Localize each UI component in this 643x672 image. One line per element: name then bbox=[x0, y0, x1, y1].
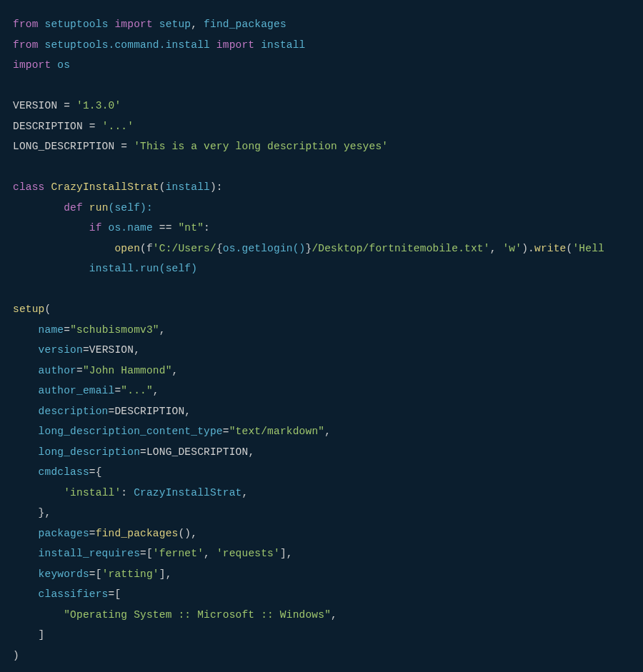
eq: = bbox=[76, 365, 83, 376]
fn-run: run bbox=[89, 202, 109, 214]
call-end: (), bbox=[178, 528, 197, 539]
eqeq: == bbox=[153, 222, 179, 234]
self-call: (self) bbox=[159, 263, 197, 274]
comma: , bbox=[331, 609, 337, 621]
paren: (f bbox=[140, 243, 153, 254]
paren: ( bbox=[159, 181, 166, 193]
mod-install: setuptools.command.install bbox=[45, 39, 210, 51]
bracket-end: ], bbox=[280, 548, 293, 559]
kw-author-email: author_email bbox=[39, 385, 115, 396]
os-name: os.name bbox=[109, 222, 153, 234]
kw-class: class bbox=[13, 181, 45, 193]
req-requests: 'requests' bbox=[216, 548, 280, 559]
os-getlogin: os.getlogin() bbox=[223, 243, 306, 254]
kw-version: version bbox=[39, 344, 83, 356]
str-w: 'w' bbox=[502, 243, 522, 254]
bracket-close: ] bbox=[39, 629, 45, 641]
rparen-dot: ). bbox=[522, 243, 534, 254]
kw-long-desc: long_description bbox=[39, 446, 140, 458]
fn-find-packages: find_packages bbox=[96, 528, 179, 539]
req-fernet: 'fernet' bbox=[153, 548, 204, 559]
fn-setup: setup bbox=[13, 304, 45, 315]
id-setup: setup bbox=[159, 19, 191, 30]
kw-packages: packages bbox=[39, 528, 89, 539]
mod-setuptools: setuptools bbox=[45, 19, 109, 30]
comma: , bbox=[153, 385, 159, 396]
var-version: VERSION bbox=[13, 100, 57, 111]
kw-ldct: long_description_content_type bbox=[39, 426, 223, 437]
kw-classifiers: classifiers bbox=[39, 588, 109, 600]
assign: = bbox=[114, 141, 134, 152]
eq: = bbox=[114, 385, 121, 396]
assign: = bbox=[57, 100, 76, 111]
colon: : bbox=[204, 222, 210, 234]
val-author: "John Hammond" bbox=[83, 365, 172, 376]
str-long-desc: 'This is a very long description yesyes' bbox=[134, 141, 388, 152]
val-description: DESCRIPTION bbox=[114, 406, 184, 417]
comma: , bbox=[204, 548, 216, 559]
kw-import: import bbox=[216, 39, 254, 51]
kw-from: from bbox=[13, 39, 39, 51]
eq: = bbox=[223, 426, 229, 437]
kw-name: name bbox=[39, 324, 64, 336]
fstr-a: 'C:/Users/ bbox=[153, 243, 216, 254]
eq: = bbox=[89, 568, 96, 580]
kw-ratting: 'ratting' bbox=[102, 568, 159, 580]
eq: = bbox=[89, 466, 96, 478]
comma: , bbox=[159, 324, 166, 336]
val-ldct: "text/markdown" bbox=[229, 426, 325, 437]
str-nt: "nt" bbox=[178, 222, 204, 234]
kw-install-requires: install_requires bbox=[39, 548, 140, 559]
kw-if: if bbox=[89, 222, 102, 234]
bracket: [ bbox=[96, 568, 102, 580]
class-name: CrazyInstallStrat bbox=[51, 181, 159, 193]
val-author-email: "..." bbox=[121, 385, 153, 396]
bracket-end: ], bbox=[159, 568, 172, 580]
paren-close: ): bbox=[210, 181, 223, 193]
brace: { bbox=[216, 243, 223, 254]
kw-def: def bbox=[64, 202, 83, 214]
classifier-os: "Operating System :: Microsoft :: Window… bbox=[64, 609, 331, 621]
val-version: VERSION bbox=[89, 344, 134, 356]
kw-author: author bbox=[39, 365, 76, 376]
assign: = bbox=[83, 121, 102, 132]
kw-import: import bbox=[13, 59, 51, 71]
comma: , bbox=[324, 426, 331, 437]
kw-import: import bbox=[114, 19, 152, 30]
comma: , bbox=[134, 344, 140, 356]
bracket: [ bbox=[114, 588, 121, 600]
str-hello: 'Hell bbox=[572, 243, 604, 254]
eq: = bbox=[140, 548, 146, 559]
paren-close: ) bbox=[13, 650, 19, 661]
colon: : bbox=[121, 487, 134, 498]
comma: , bbox=[241, 487, 248, 498]
eq: = bbox=[64, 324, 70, 336]
params-self: (self): bbox=[109, 202, 153, 214]
kw-description: description bbox=[39, 406, 109, 417]
eq: = bbox=[89, 528, 96, 539]
id-find-packages: find_packages bbox=[204, 19, 286, 30]
comma: , bbox=[490, 243, 503, 254]
kw-from: from bbox=[13, 19, 39, 30]
dict-val-class: CrazyInstallStrat bbox=[134, 487, 241, 498]
comma: , bbox=[248, 446, 254, 458]
fn-open: open bbox=[114, 243, 140, 254]
comma: , bbox=[191, 19, 204, 30]
eq: = bbox=[83, 344, 89, 356]
brace-open: { bbox=[96, 466, 102, 478]
id-install: install bbox=[261, 39, 305, 51]
val-long-desc: LONG_DESCRIPTION bbox=[146, 446, 248, 458]
val-name: "schubismomv3" bbox=[70, 324, 159, 336]
dict-key-install: 'install' bbox=[64, 487, 121, 498]
install-run: install.run bbox=[89, 263, 159, 274]
comma: , bbox=[184, 406, 191, 417]
id-os: os bbox=[57, 59, 70, 71]
comma: , bbox=[172, 365, 179, 376]
var-description: DESCRIPTION bbox=[13, 121, 83, 132]
code-block: from setuptools import setup, find_packa… bbox=[0, 0, 643, 672]
kw-cmdclass: cmdclass bbox=[39, 466, 89, 478]
eq: = bbox=[140, 446, 146, 458]
brace-close: }, bbox=[39, 507, 51, 518]
str-version: '1.3.0' bbox=[76, 100, 121, 111]
fstr-b: /Desktop/fortnitemobile.txt' bbox=[311, 243, 489, 254]
